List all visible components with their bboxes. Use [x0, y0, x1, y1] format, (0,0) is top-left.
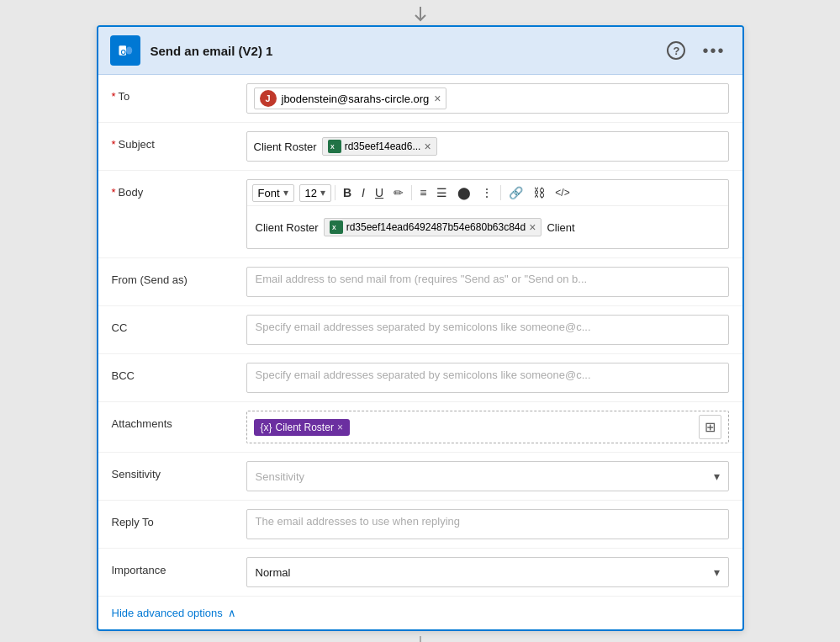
- importance-row: Importance Normal ▾: [98, 549, 742, 597]
- toolbar-divider-2: [411, 185, 412, 200]
- font-size-select[interactable]: 12 ▾: [299, 184, 331, 202]
- importance-label: Importance: [112, 557, 246, 576]
- bcc-placeholder: Specify email addresses separated by sem…: [256, 369, 591, 381]
- connector-line: [420, 636, 421, 642]
- body-field[interactable]: Font ▾ 12 ▾ B I U ✏: [246, 179, 729, 249]
- importance-value: Normal: [256, 566, 291, 579]
- to-field[interactable]: J jbodenstein@sarahs-circle.org ×: [246, 83, 729, 114]
- sensitivity-dropdown[interactable]: Sensitivity ▾: [246, 461, 729, 491]
- bold-button[interactable]: B: [339, 183, 356, 202]
- card-body: * To J jbodenstein@sarahs-circle.org × *…: [98, 75, 742, 629]
- replyto-label: Reply To: [112, 509, 246, 528]
- attachments-token-close[interactable]: ×: [337, 422, 343, 433]
- sensitivity-placeholder: Sensitivity: [256, 470, 305, 483]
- highlight-button[interactable]: ✏: [389, 183, 408, 202]
- help-icon: ?: [667, 41, 685, 60]
- top-connector: [410, 0, 431, 25]
- more-options-button[interactable]: •••: [697, 38, 730, 64]
- underline-button[interactable]: U: [371, 183, 388, 202]
- font-size-chevron-icon: ▾: [320, 187, 325, 199]
- cc-field[interactable]: Specify email addresses separated by sem…: [246, 315, 729, 345]
- body-toolbar: Font ▾ 12 ▾ B I U ✏: [247, 180, 728, 206]
- html-button[interactable]: </>: [551, 184, 573, 201]
- replyto-field[interactable]: The email addresses to use when replying: [246, 509, 729, 539]
- body-token-text: rd35eef14ead6492487b54e680b63c84d: [346, 221, 526, 233]
- attachments-token-text: Cilent Roster: [276, 422, 334, 433]
- send-email-card: O Send an email (V2) 1 ? ••• * To J: [97, 25, 744, 631]
- link-button[interactable]: 🔗: [505, 183, 527, 202]
- required-star-subject: *: [112, 138, 116, 151]
- subject-label: * Subject: [112, 131, 246, 151]
- cc-input[interactable]: Specify email addresses separated by sem…: [246, 315, 729, 345]
- unlink-button[interactable]: ⛓: [529, 183, 549, 202]
- body-trailing-text: Client: [547, 221, 574, 234]
- toolbar-divider-3: [500, 185, 501, 200]
- from-field[interactable]: Email address to send mail from (require…: [246, 267, 729, 297]
- bcc-label: BCC: [112, 363, 246, 382]
- importance-field[interactable]: Normal ▾: [246, 557, 729, 587]
- align-right-button[interactable]: ⋮: [477, 183, 497, 202]
- help-button[interactable]: ?: [662, 38, 690, 63]
- font-chevron-icon: ▾: [283, 187, 288, 199]
- body-editor[interactable]: Font ▾ 12 ▾ B I U ✏: [246, 179, 729, 249]
- bcc-field[interactable]: Specify email addresses separated by sem…: [246, 363, 729, 393]
- dynamic-tag-icon: {x}: [261, 422, 272, 433]
- required-star-body: *: [112, 186, 116, 199]
- italic-button[interactable]: I: [357, 183, 369, 202]
- body-content[interactable]: Client Roster X rd35eef14ead6492487b54e6…: [247, 206, 728, 248]
- to-email: jbodenstein@sarahs-circle.org: [282, 93, 430, 105]
- sensitivity-row: Sensitivity Sensitivity ▾: [98, 453, 742, 501]
- subject-static-text: Client Roster: [254, 141, 317, 153]
- align-right-icon: ⋮: [481, 186, 493, 199]
- attachments-field[interactable]: {x} Cilent Roster × ⊞: [246, 411, 729, 443]
- sensitivity-label: Sensitivity: [112, 461, 246, 480]
- link-icon: 🔗: [509, 186, 523, 199]
- attachments-dashed-box: {x} Cilent Roster × ⊞: [246, 411, 729, 443]
- card-title: Send an email (V2) 1: [151, 44, 663, 58]
- replyto-row: Reply To The email addresses to use when…: [98, 501, 742, 549]
- toolbar-divider-1: [335, 185, 335, 200]
- font-select[interactable]: Font ▾: [252, 184, 294, 202]
- align-left-icon: ⬤: [457, 186, 471, 199]
- to-avatar: J: [260, 90, 277, 107]
- subject-token-close[interactable]: ×: [424, 141, 431, 152]
- attachments-label: Attachments: [112, 411, 246, 430]
- hide-advanced-label: Hide advanced options: [112, 607, 223, 619]
- html-icon: </>: [555, 187, 569, 199]
- more-icon: •••: [702, 41, 725, 61]
- subject-token-text: rd35eef14ead6...: [345, 141, 421, 152]
- body-row: * Body Font ▾ 12 ▾: [98, 171, 742, 258]
- bcc-row: BCC Specify email addresses separated by…: [98, 354, 742, 402]
- attachments-dynamic-tag: {x} Cilent Roster ×: [254, 419, 350, 436]
- cc-label: CC: [112, 315, 246, 334]
- align-left-button[interactable]: ⬤: [453, 183, 475, 202]
- to-label: * To: [112, 83, 246, 103]
- subject-row: * Subject Client Roster X rd35eef14ead6.…: [98, 123, 742, 171]
- hide-advanced-link[interactable]: Hide advanced options ∧: [112, 607, 236, 619]
- sensitivity-chevron-icon: ▾: [714, 470, 720, 483]
- to-tag-close[interactable]: ×: [434, 93, 441, 104]
- subject-field[interactable]: Client Roster X rd35eef14ead6... ×: [246, 131, 729, 162]
- body-static-text: Client Roster: [256, 221, 319, 234]
- cc-row: CC Specify email addresses separated by …: [98, 306, 742, 354]
- replyto-input[interactable]: The email addresses to use when replying: [246, 509, 729, 539]
- to-tag-input[interactable]: J jbodenstein@sarahs-circle.org ×: [246, 83, 729, 114]
- ordered-list-icon: ☰: [436, 186, 447, 199]
- from-input[interactable]: Email address to send mail from (require…: [246, 267, 729, 297]
- to-tag: J jbodenstein@sarahs-circle.org ×: [254, 88, 447, 109]
- attachments-inner: {x} Cilent Roster × ⊞: [247, 411, 728, 443]
- attachments-row: Attachments {x} Cilent Roster × ⊞: [98, 402, 742, 453]
- excel-icon-body: X: [330, 220, 343, 234]
- bcc-input[interactable]: Specify email addresses separated by sem…: [246, 363, 729, 393]
- to-row: * To J jbodenstein@sarahs-circle.org ×: [98, 75, 742, 123]
- sensitivity-field[interactable]: Sensitivity ▾: [246, 461, 729, 491]
- importance-dropdown[interactable]: Normal ▾: [246, 557, 729, 587]
- attachments-action-button[interactable]: ⊞: [699, 415, 721, 439]
- body-token-close[interactable]: ×: [529, 221, 536, 233]
- body-dynamic-token: X rd35eef14ead6492487b54e680b63c84d ×: [324, 218, 542, 236]
- subject-input[interactable]: Client Roster X rd35eef14ead6... ×: [246, 131, 729, 162]
- from-label: From (Send as): [112, 267, 246, 286]
- svg-point-3: [125, 46, 131, 54]
- bullet-list-button[interactable]: ≡: [415, 183, 431, 202]
- ordered-list-button[interactable]: ☰: [432, 183, 452, 202]
